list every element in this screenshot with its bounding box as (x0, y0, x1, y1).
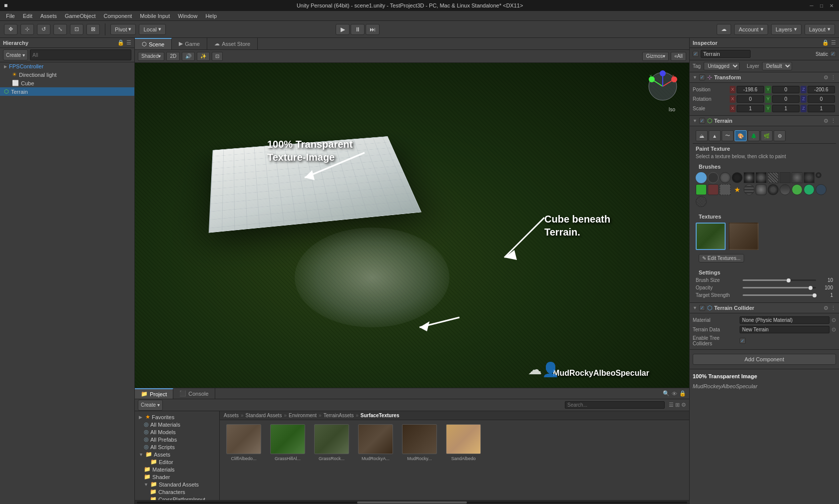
twod-button[interactable]: 2D (166, 52, 180, 61)
transform-more[interactable]: ⋮ (831, 74, 836, 81)
tree-characters[interactable]: 📁 Characters (135, 488, 219, 496)
menu-mobileinput[interactable]: Mobile Input (136, 11, 174, 21)
raise-lower-tool[interactable]: ⛰ (696, 130, 708, 141)
terrain-settings-tool[interactable]: ⚙ (774, 130, 786, 141)
play-button[interactable]: ▶ (336, 24, 350, 35)
collider-checkbox[interactable] (699, 305, 705, 311)
hierarchy-item-dirlight[interactable]: ☀ Directional light (0, 70, 134, 79)
brush-21[interactable] (816, 184, 827, 195)
project-settings-icon[interactable]: ⚙ (681, 402, 686, 408)
audio-toggle[interactable]: 🔊 (182, 52, 195, 61)
brush-15[interactable] (744, 184, 755, 195)
terrain-data-input[interactable] (740, 326, 830, 333)
tab-console[interactable]: ⬛ Console (173, 388, 215, 399)
project-lock-icon[interactable]: 🔒 (679, 390, 686, 397)
layout-button[interactable]: Layout ▾ (805, 24, 835, 35)
hierarchy-item-cube[interactable]: ⬜ Cube (0, 79, 134, 87)
brush-4[interactable] (732, 172, 743, 183)
transform-checkbox[interactable] (699, 74, 705, 80)
local-button[interactable]: Local ▾ (139, 24, 165, 35)
static-checkbox[interactable] (830, 51, 836, 57)
hierarchy-item-terrain[interactable]: ⬡ Terrain (0, 87, 134, 96)
breadcrumb-environment[interactable]: Environment (289, 413, 317, 418)
brush-7[interactable] (768, 172, 779, 183)
brush-5[interactable] (744, 172, 755, 183)
scale-x-input[interactable] (737, 105, 764, 112)
brush-18[interactable] (780, 184, 791, 195)
project-grid-view[interactable]: ⊞ (675, 402, 680, 408)
brush-size-thumb[interactable] (787, 278, 791, 282)
brush-6[interactable] (756, 172, 767, 183)
close-button[interactable]: ✕ (828, 2, 835, 9)
transform-settings[interactable]: ⚙ (824, 74, 829, 81)
rot-x-input[interactable] (737, 95, 764, 103)
tree-materials[interactable]: 📁 Materials (135, 466, 219, 473)
asset-grasshill[interactable]: GrassHillAl... (268, 424, 308, 461)
inspector-menu-icon[interactable]: ☰ (831, 39, 836, 46)
project-scrollbar-h[interactable] (135, 500, 689, 504)
account-button[interactable]: Account ▾ (734, 24, 768, 35)
cloud-button[interactable]: ☁ (717, 24, 731, 35)
terrain-name-input[interactable] (701, 50, 751, 58)
project-search-input[interactable] (565, 401, 665, 409)
tab-game[interactable]: ▶ Game (172, 38, 207, 49)
scale-tool-button[interactable]: ⤡ (53, 24, 67, 35)
terrain-settings[interactable]: ⚙ (824, 118, 829, 124)
collider-more[interactable]: ⋮ (831, 305, 836, 311)
tree-editor[interactable]: 📁 Editor (135, 458, 219, 466)
gizmos-button[interactable]: Gizmos ▾ (642, 52, 669, 61)
terrain-active-checkbox[interactable] (693, 51, 699, 57)
brush-11[interactable] (816, 172, 822, 178)
menu-window[interactable]: Window (174, 11, 201, 21)
pivot-button[interactable]: Pivot ▾ (110, 24, 136, 35)
transform-tool-button[interactable]: ⊠ (86, 24, 100, 35)
brush-3[interactable] (720, 172, 731, 183)
target-strength-slider[interactable] (743, 294, 816, 296)
brush-1[interactable] (696, 172, 707, 183)
rot-z-input[interactable] (808, 95, 835, 103)
project-list-view[interactable]: ☰ (669, 402, 674, 408)
paint-texture-tool[interactable]: 🎨 (735, 130, 747, 141)
asset-mudrockya[interactable]: MudRockyA... (356, 424, 396, 461)
target-strength-thumb[interactable] (813, 293, 817, 297)
shading-dropdown[interactable]: Shaded ▾ (138, 52, 164, 61)
brush-8[interactable] (780, 172, 791, 183)
texture-grass[interactable] (696, 223, 726, 250)
tree-all-materials[interactable]: ◎ All Materials (135, 421, 219, 428)
layers-button[interactable]: Layers ▾ (771, 24, 802, 35)
scrollbar-thumb[interactable] (357, 502, 467, 504)
tree-all-models[interactable]: ◎ All Models (135, 428, 219, 436)
scene-extras[interactable]: ⊡ (212, 52, 223, 61)
asset-mudrockyw[interactable]: MudRocky... (400, 424, 439, 461)
menu-assets[interactable]: Assets (36, 11, 61, 21)
brush-2[interactable] (708, 172, 719, 183)
pos-y-input[interactable] (772, 86, 800, 93)
paint-height-tool[interactable]: ▲ (709, 130, 721, 141)
add-component-button[interactable]: Add Component (693, 354, 836, 365)
menu-component[interactable]: Component (99, 11, 136, 21)
pos-x-input[interactable] (737, 86, 764, 93)
brush-20[interactable] (804, 184, 815, 195)
place-details-tool[interactable]: 🌿 (761, 130, 773, 141)
move-tool-button[interactable]: ⊹ (20, 24, 34, 35)
tree-assets[interactable]: ▼ 📁 Assets (135, 451, 219, 458)
smooth-height-tool[interactable]: 〜 (722, 130, 734, 141)
brush-size-slider[interactable] (743, 279, 816, 281)
brush-14[interactable] (720, 184, 731, 195)
brush-19[interactable] (792, 184, 803, 195)
terrain-more[interactable]: ⋮ (831, 118, 836, 124)
hierarchy-item-fps[interactable]: ▶ FPSController (0, 62, 134, 70)
tree-crossplatform[interactable]: 📁 CrossPlatformInput (135, 496, 219, 500)
scene-view[interactable]: 100% TransparentTexture-Image Cube benea… (135, 63, 689, 388)
brush-16[interactable] (756, 184, 767, 195)
scale-z-input[interactable] (808, 105, 835, 112)
asset-grassrock[interactable]: GrassRock... (312, 424, 352, 461)
hierarchy-search-input[interactable] (30, 49, 131, 60)
menu-help[interactable]: Help (201, 11, 221, 21)
brush-17[interactable] (768, 184, 779, 195)
scene-gizmo[interactable]: X Y Z (647, 70, 679, 103)
breadcrumb-standard[interactable]: Standard Assets (246, 413, 282, 418)
menu-file[interactable]: File (2, 11, 19, 21)
pos-z-input[interactable] (808, 86, 835, 93)
scale-y-input[interactable] (772, 105, 800, 112)
